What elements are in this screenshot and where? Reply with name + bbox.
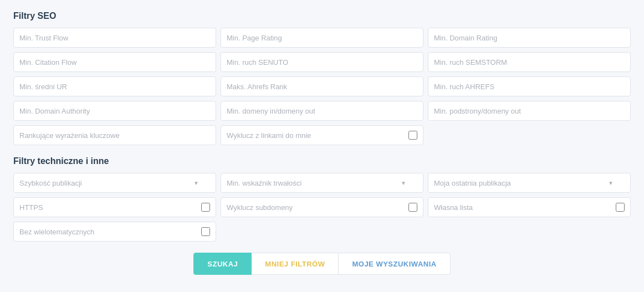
min-domeny-in-out-input[interactable] <box>221 101 423 121</box>
search-button[interactable]: SZUKAJ <box>193 253 252 275</box>
wyklucz-subdomeny-label: Wyklucz subdomeny <box>227 203 293 212</box>
min-ruch-ahrefs-input[interactable] <box>428 76 631 96</box>
min-trust-flow-input[interactable] <box>13 28 216 48</box>
min-page-rating-input[interactable] <box>221 28 423 48</box>
szybkosc-publikacji-select[interactable]: Szybkość publikacji ▼ <box>13 173 216 193</box>
seo-section-title: Filtry SEO <box>13 11 631 21</box>
ostatnia-pub-select-wrapper: Moja ostatnia publikacja ▼ <box>428 173 631 193</box>
seo-filters-section: Filtry SEO Wyklucz z linkami do mnie <box>13 11 631 145</box>
chevron-down-icon-2: ▼ <box>401 180 406 186</box>
wskaznik-label: Min. wskaźnik trwałości <box>227 179 301 187</box>
technical-selects-row: Szybkość publikacji ▼ Min. wskaźnik trwa… <box>13 173 631 193</box>
seo-row5-empty <box>428 125 631 145</box>
last-row-empty-1 <box>221 222 423 242</box>
min-citation-flow-input[interactable] <box>13 52 216 72</box>
seo-row-2 <box>13 52 631 72</box>
https-checkbox[interactable] <box>201 203 210 212</box>
wyklucz-linkami-row: Wyklucz z linkami do mnie <box>221 125 423 145</box>
maks-ahrefs-rank-input[interactable] <box>221 76 423 96</box>
technical-filters-section: Filtry techniczne i inne Szybkość publik… <box>13 156 631 242</box>
wskaznik-select-wrapper: Min. wskaźnik trwałości ▼ <box>221 173 423 193</box>
chevron-down-icon-3: ▼ <box>608 180 614 186</box>
actions-row: SZUKAJ MNIEJ FILTRÓW MOJE WYSZUKIWANIA <box>13 253 631 275</box>
wyklucz-subdomeny-row: Wyklucz subdomeny <box>221 197 423 217</box>
seo-row-5: Wyklucz z linkami do mnie <box>13 125 631 145</box>
wyklucz-linkami-label: Wyklucz z linkami do mnie <box>227 131 311 140</box>
seo-row-1 <box>13 28 631 48</box>
https-checkbox-row: HTTPS <box>13 197 216 217</box>
min-ruch-semstorm-input[interactable] <box>428 52 631 72</box>
min-sredni-ur-input[interactable] <box>13 76 216 96</box>
min-domain-rating-input[interactable] <box>428 28 631 48</box>
wlasna-lista-row: Własna lista <box>428 197 631 217</box>
bez-wielotematycznych-checkbox[interactable] <box>201 227 210 236</box>
wlasna-lista-label: Własna lista <box>434 203 473 212</box>
wyklucz-subdomeny-checkbox[interactable] <box>408 203 417 212</box>
last-row-empty-2 <box>428 222 631 242</box>
wlasna-lista-checkbox[interactable] <box>616 203 625 212</box>
wyklucz-linkami-checkbox[interactable] <box>408 131 417 140</box>
seo-row-3 <box>13 76 631 96</box>
moja-ostatnia-publikacja-select[interactable]: Moja ostatnia publikacja ▼ <box>428 173 631 193</box>
min-podstrony-domeny-out-input[interactable] <box>428 101 631 121</box>
less-filters-button[interactable]: MNIEJ FILTRÓW <box>252 253 338 275</box>
szybkosc-label: Szybkość publikacji <box>19 179 82 187</box>
technical-section-title: Filtry techniczne i inne <box>13 156 631 166</box>
rankujace-wyrazenia-input[interactable] <box>13 125 216 145</box>
saved-searches-button[interactable]: MOJE WYSZUKIWANIA <box>338 253 450 275</box>
seo-row-4 <box>13 101 631 121</box>
bez-wielotematycznych-row: Bez wielotematycznych <box>13 222 216 242</box>
min-domain-authority-input[interactable] <box>13 101 216 121</box>
min-ruch-senuto-input[interactable] <box>221 52 423 72</box>
https-label: HTTPS <box>19 203 43 212</box>
min-wskaznik-trwalosci-select[interactable]: Min. wskaźnik trwałości ▼ <box>221 173 423 193</box>
chevron-down-icon: ▼ <box>193 180 199 186</box>
technical-checkboxes-row: HTTPS Wyklucz subdomeny Własna lista <box>13 197 631 217</box>
bez-wielotematycznych-label: Bez wielotematycznych <box>19 228 94 236</box>
technical-last-row: Bez wielotematycznych <box>13 222 631 242</box>
ostatnia-pub-label: Moja ostatnia publikacja <box>434 179 511 187</box>
szybkosc-select-wrapper: Szybkość publikacji ▼ <box>13 173 216 193</box>
